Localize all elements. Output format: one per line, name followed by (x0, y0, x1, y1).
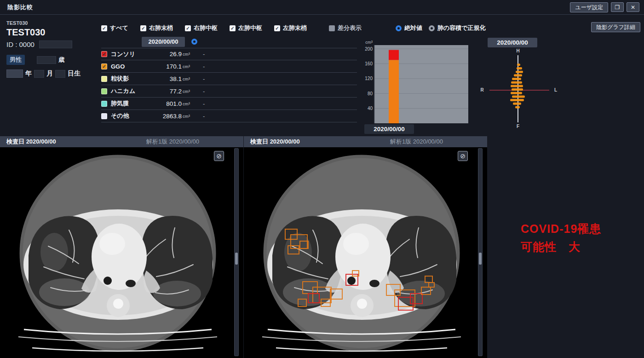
window-restore-button[interactable]: ❐ (611, 2, 624, 12)
region-filter-label: 右肺末梢 (149, 24, 173, 32)
y-tick-label: 80 (368, 91, 373, 96)
region-filter-checkbox[interactable]: ✓右肺末梢 (140, 24, 173, 32)
finding-label: 肺気腫 (111, 99, 150, 108)
shadow-graph-detail-button[interactable]: 陰影グラフ詳細 (591, 22, 640, 32)
ct-image-viewport[interactable]: ⊘ (0, 147, 243, 358)
analysis-date-value: 2020/00/00 (169, 138, 199, 145)
findings-row: 粒状影38.1cm³- (101, 73, 357, 85)
finding-unit: cm³ (183, 76, 191, 81)
distribution-bar (512, 95, 525, 98)
patient-id: ID : 0000 (6, 40, 34, 48)
window-restore-icon: ❐ (615, 4, 620, 11)
overlay-off-icon: ⊘ (216, 152, 222, 160)
finding-label: ハニカム (111, 87, 150, 95)
craniocaudal-distribution-chart: HFRL (478, 45, 584, 133)
distribution-bar (512, 88, 523, 91)
finding-value: 2863.8 (150, 113, 182, 120)
ct-panel-header: 検査日 2020/00/00 解析1版 2020/00/00 (0, 136, 243, 147)
analysis-version-label: 解析1版 (146, 138, 167, 145)
user-settings-button[interactable]: ユーザ設定 (570, 2, 608, 12)
checkbox-icon: ✓ (274, 25, 280, 31)
ct-panel-baseline: 検査日 2020/00/00 解析1版 2020/00/00 ⊘ (0, 136, 243, 358)
finding-value: 38.1 (150, 75, 182, 82)
finding-value: 26.9 (150, 51, 182, 58)
patient-id-field[interactable] (39, 40, 72, 48)
title-bar: 陰影比較 ユーザ設定 ❐ ✕ (0, 0, 644, 15)
filter-bar: ✓すべて✓右肺末梢✓右肺中枢✓左肺中枢✓左肺末梢 差分表示 絶対値肺の容積で正規… (101, 24, 492, 32)
compare-placeholder: - (203, 51, 205, 58)
distribution-bar (511, 92, 522, 94)
region-filter-checkbox[interactable]: ✓左肺末梢 (274, 24, 307, 32)
findings-rows: ✓コンソリ26.9cm³-✓GGO170.1cm³-粒状影38.1cm³-ハニカ… (101, 48, 357, 122)
birth-month-field[interactable] (34, 70, 44, 78)
y-tick-label: 40 (368, 106, 373, 111)
diff-display-checkbox[interactable]: 差分表示 (329, 24, 362, 32)
y-tick-label: 200 (365, 46, 373, 52)
value-mode-radio[interactable]: 肺の容積で正規化 (429, 24, 486, 32)
patient-age-field[interactable] (37, 56, 56, 64)
birth-year-field[interactable] (6, 69, 23, 78)
page-title: 陰影比較 (7, 3, 33, 12)
findings-row: ✓GGO170.1cm³- (101, 60, 357, 73)
region-filter-label: すべて (110, 24, 128, 32)
ct-image-viewport[interactable]: ⊘ (244, 147, 487, 358)
region-filter-checkbox[interactable]: ✓左肺中枢 (230, 24, 262, 32)
shadow-volume-bar-chart: cm³4080120160200 (362, 40, 472, 134)
findings-header: 2020/00/00 (101, 37, 357, 48)
finding-checkbox[interactable]: ✓ (101, 64, 107, 69)
slice-scrollbar[interactable] (478, 148, 483, 356)
distribution-bar (515, 106, 520, 108)
axis-label-H: H (516, 48, 519, 53)
legend-color-chip (101, 113, 107, 119)
checkbox-icon: ✓ (140, 25, 146, 31)
y-axis-unit: cm³ (365, 40, 373, 45)
exam-date-tab[interactable]: 2020/00/00 (142, 37, 185, 47)
ct-scan-image-annotated (244, 147, 487, 358)
bar-segment-コンソリ (389, 50, 399, 60)
value-mode-label: 肺の容積で正規化 (437, 24, 486, 32)
region-filter-checkbox[interactable]: ✓すべて (101, 24, 128, 32)
finding-value: 77.2 (150, 88, 182, 95)
finding-checkbox[interactable]: ✓ (101, 51, 107, 57)
age-unit-label: 歳 (58, 56, 64, 64)
finding-label: コンソリ (111, 50, 150, 58)
distribution-bar (514, 74, 522, 76)
patient-list-item[interactable]: TEST030 (6, 20, 98, 26)
birth-day-field[interactable] (55, 70, 65, 78)
distribution-bar (510, 99, 524, 101)
region-filter-group: ✓すべて✓右肺末梢✓右肺中枢✓左肺中枢✓左肺末梢 (101, 24, 319, 32)
diagnosis-line1: COVID-19罹患 (521, 220, 601, 238)
slice-scrollbar-thumb[interactable] (479, 253, 482, 265)
finding-unit: cm³ (183, 114, 191, 119)
close-button[interactable]: ✕ (627, 2, 639, 12)
region-filter-label: 左肺末梢 (283, 24, 307, 32)
exam-select-radio[interactable] (191, 39, 197, 45)
overlay-toggle-button[interactable]: ⊘ (458, 151, 468, 161)
bar-plot-area (374, 45, 468, 123)
value-mode-radio[interactable]: 絶対値 (396, 24, 422, 32)
diagnosis-annotation: COVID-19罹患 可能性 大 (521, 220, 601, 256)
distribution-bar (516, 71, 523, 73)
compare-placeholder: - (203, 75, 205, 82)
patient-name: TEST030 (6, 27, 98, 38)
slice-scrollbar-thumb[interactable] (235, 253, 238, 265)
finding-value: 801.0 (150, 100, 182, 107)
region-filter-checkbox[interactable]: ✓右肺中枢 (185, 24, 218, 32)
overlay-off-icon: ⊘ (460, 152, 466, 160)
slice-scrollbar[interactable] (234, 148, 239, 356)
checkbox-icon (329, 25, 335, 31)
distribution-bar (517, 64, 520, 66)
axis-label-R: R (480, 87, 484, 92)
finding-unit: cm³ (183, 52, 191, 57)
region-filter-label: 右肺中枢 (194, 24, 218, 32)
radio-icon (429, 25, 435, 31)
app-window: 陰影比較 ユーザ設定 ❐ ✕ 陰影グラフ詳細 TEST030 TEST030 I… (0, 0, 644, 358)
exam-date-value: 2020/00/00 (270, 138, 300, 145)
ct-panel-header: 検査日 2020/00/00 解析1版 2020/00/00 (244, 136, 487, 147)
distribution-bar (513, 103, 521, 105)
distribution-bar (512, 78, 521, 80)
exam-date-label: 検査日 (6, 138, 24, 145)
legend-color-chip (101, 101, 107, 107)
diff-display-label: 差分表示 (338, 24, 362, 32)
overlay-toggle-button[interactable]: ⊘ (214, 151, 224, 161)
